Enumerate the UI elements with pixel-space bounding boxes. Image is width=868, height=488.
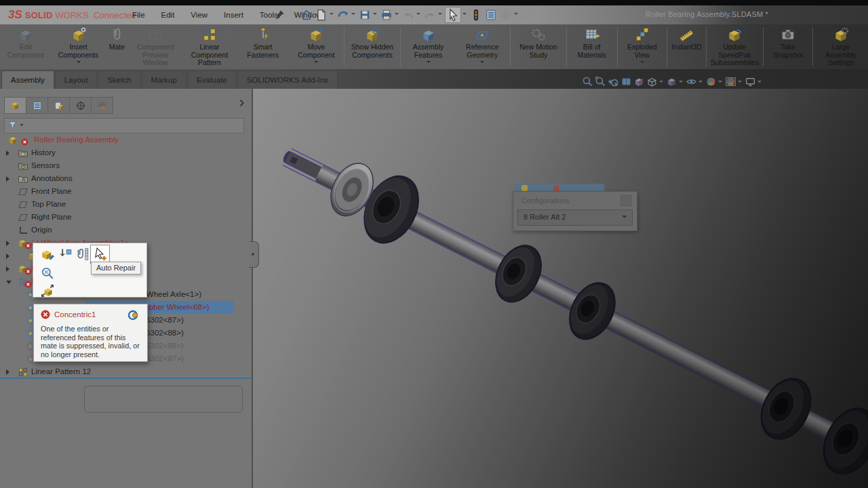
- menu-file[interactable]: File: [124, 5, 153, 24]
- smart-fasteners-button[interactable]: Smart Fasteners: [237, 24, 290, 69]
- dropdown-caret-icon[interactable]: [514, 13, 518, 17]
- dropdown-caret-icon[interactable]: [427, 61, 431, 65]
- options-gear-icon[interactable]: [499, 8, 513, 22]
- tab-assembly[interactable]: Assembly: [1, 70, 54, 89]
- tab-layout[interactable]: Layout: [55, 70, 98, 89]
- panel-splitter-divider[interactable]: [0, 378, 251, 379]
- section-view-icon[interactable]: [633, 76, 645, 87]
- dropdown-caret-icon[interactable]: [314, 61, 318, 65]
- zoom-to-selection-icon[interactable]: [40, 266, 55, 281]
- redo-icon[interactable]: [423, 8, 437, 22]
- bill-of-materials-button[interactable]: Bill of Materials: [568, 24, 616, 69]
- dropdown-caret-icon[interactable]: [395, 13, 399, 17]
- dropdown-caret-icon[interactable]: [77, 61, 81, 65]
- collapse-arrow-icon[interactable]: [6, 281, 12, 287]
- tree-row-annotations[interactable]: AAnnotations: [0, 172, 250, 185]
- edit-appearance-icon[interactable]: [705, 76, 717, 87]
- display-style-icon[interactable]: [666, 76, 677, 87]
- open-icon[interactable]: [336, 8, 350, 22]
- tree-row-linear-pattern-12[interactable]: Linear Pattern 12: [0, 365, 250, 378]
- panel-tab-dimxpertmanager[interactable]: [69, 97, 91, 114]
- view-settings-icon[interactable]: [745, 76, 756, 87]
- panel-tab-featuremanager-design-tree[interactable]: [4, 97, 26, 114]
- previous-view-icon[interactable]: [608, 76, 619, 87]
- tab-markup[interactable]: Markup: [142, 70, 186, 89]
- configuration-dropdown[interactable]: 8 Roller Alt 2: [517, 209, 633, 226]
- tree-row-roller-bearing-assembly[interactable]: Roller Bearing Assembly: [0, 134, 250, 146]
- traffic-light-icon[interactable]: [469, 8, 483, 22]
- tab-sketch[interactable]: Sketch: [98, 70, 140, 89]
- tree-row-history[interactable]: History: [0, 146, 250, 159]
- tab-evaluate[interactable]: Evaluate: [187, 70, 237, 89]
- view-selector-icon[interactable]: [620, 76, 632, 87]
- dropdown-caret-icon[interactable]: [738, 81, 742, 85]
- select-arrow-icon[interactable]: [445, 7, 461, 23]
- edit-feature-icon[interactable]: [40, 247, 55, 262]
- large-assembly-settings-button[interactable]: Large Assembly Settings: [814, 24, 868, 69]
- auto-repair-icon[interactable]: [93, 247, 108, 262]
- suppress-icon[interactable]: [58, 247, 73, 262]
- panel-tab-propertymanager[interactable]: [26, 97, 47, 114]
- apply-scene-icon[interactable]: [725, 76, 736, 87]
- menu-view[interactable]: View: [182, 5, 216, 24]
- dropdown-caret-icon[interactable]: [462, 13, 467, 17]
- roller-bearing-assembly-model[interactable]: [252, 89, 868, 488]
- isolate-icon[interactable]: [40, 283, 55, 298]
- home-icon[interactable]: [300, 8, 313, 22]
- show-hidden-components-button[interactable]: Show Hidden Components: [345, 24, 399, 69]
- zoom-to-fit-icon[interactable]: [582, 76, 593, 87]
- dropdown-caret-icon[interactable]: [373, 13, 377, 17]
- view-orientation-icon[interactable]: [646, 76, 658, 87]
- dropdown-caret-icon[interactable]: [416, 13, 420, 17]
- menu-edit[interactable]: Edit: [153, 5, 183, 24]
- assembly-features-button[interactable]: Assembly Features: [401, 24, 456, 69]
- tree-filter-bar[interactable]: [4, 118, 244, 134]
- zoom-to-area-icon[interactable]: [595, 76, 606, 87]
- expand-arrow-icon[interactable]: [6, 266, 12, 272]
- dropdown-caret-icon[interactable]: [480, 61, 484, 65]
- tab-solidworks-add-ins[interactable]: SOLIDWORKS Add-Ins: [237, 70, 338, 89]
- take-snapshot-button[interactable]: Take Snapshot: [764, 24, 812, 69]
- pin-icon[interactable]: [273, 9, 285, 21]
- new-document-icon[interactable]: [315, 8, 328, 22]
- move-component-button[interactable]: Move Component: [290, 24, 344, 69]
- tree-row-right-plane[interactable]: Right Plane: [0, 211, 250, 224]
- dropdown-caret-icon[interactable]: [330, 13, 334, 17]
- new-motion-study-button[interactable]: New Motion Study: [511, 24, 566, 69]
- tree-row-origin[interactable]: Origin: [0, 224, 250, 237]
- linear-component-pattern-button[interactable]: Linear Component Pattern: [182, 24, 237, 69]
- insert-components-button[interactable]: Insert Components: [52, 24, 106, 69]
- edit-mates-icon[interactable]: [75, 247, 90, 262]
- tree-row-sensors[interactable]: Sensors: [0, 159, 250, 172]
- instant3d-button[interactable]: Instant3D: [668, 24, 705, 69]
- hide-show-items-icon[interactable]: [686, 76, 697, 87]
- panel-splitter-handle[interactable]: [250, 241, 259, 268]
- panel-pin-button[interactable]: [620, 195, 631, 206]
- graphics-viewport[interactable]: Configurations 8 Roller Alt 2: [252, 89, 868, 488]
- dropdown-caret-icon[interactable]: [640, 61, 644, 65]
- undo-icon[interactable]: [401, 8, 415, 22]
- exploded-view-button[interactable]: Exploded View: [618, 24, 666, 69]
- evaluate-list-icon[interactable]: [484, 8, 498, 22]
- menu-insert[interactable]: Insert: [216, 5, 252, 24]
- panel-expand-chevron-icon[interactable]: [237, 98, 247, 108]
- update-speedpak-subassemblies-button[interactable]: Update SpeedPak Subassemblies: [707, 24, 762, 69]
- dropdown-caret-icon[interactable]: [718, 81, 722, 85]
- dropdown-caret-icon[interactable]: [757, 81, 762, 85]
- reference-geometry-button[interactable]: Reference Geometry: [455, 24, 509, 69]
- expand-arrow-icon[interactable]: [6, 176, 12, 182]
- expand-arrow-icon[interactable]: [6, 150, 12, 156]
- save-icon[interactable]: [358, 8, 372, 22]
- panel-tab-configurationmanager[interactable]: [47, 97, 69, 114]
- expand-arrow-icon[interactable]: [6, 253, 12, 259]
- dropdown-caret-icon[interactable]: [351, 13, 355, 17]
- dropdown-caret-icon[interactable]: [438, 13, 442, 17]
- dropdown-caret-icon[interactable]: [698, 81, 703, 85]
- expand-arrow-icon[interactable]: [6, 241, 12, 246]
- expand-arrow-icon[interactable]: [6, 369, 12, 375]
- tree-row-front-plane[interactable]: Front Plane: [0, 185, 250, 198]
- print-icon[interactable]: [380, 8, 393, 22]
- dropdown-caret-icon[interactable]: [659, 81, 663, 85]
- dropdown-caret-icon[interactable]: [679, 81, 683, 85]
- panel-tab-displaymanager[interactable]: [91, 97, 113, 114]
